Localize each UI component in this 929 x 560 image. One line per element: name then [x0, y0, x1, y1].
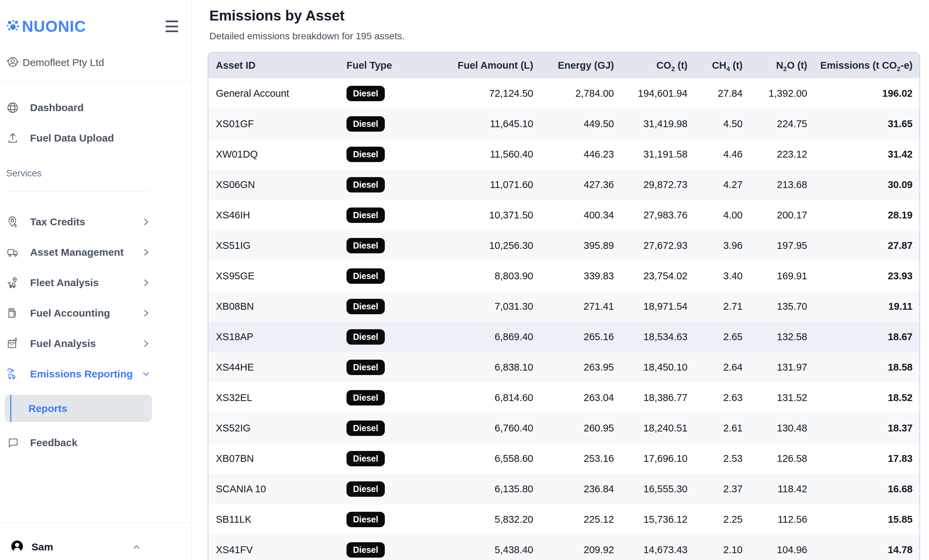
emissions-cell: 28.19 — [807, 200, 920, 230]
col-fuel-amount[interactable]: Fuel Amount (L) — [456, 53, 533, 78]
energy-cell: 2,784.00 — [533, 78, 614, 109]
sidebar-item-fleet-analysis[interactable]: Fleet Analysis — [5, 273, 152, 292]
table-row[interactable]: XS41FVDiesel5,438.40209.9214,673.432.101… — [208, 535, 920, 560]
col-asset-id[interactable]: Asset ID — [208, 53, 346, 78]
organization-switcher[interactable]: Demofleet Pty Ltd — [6, 55, 104, 70]
fuel-type-badge: Diesel — [346, 329, 385, 345]
globe-icon — [6, 101, 19, 114]
fuel-amount-cell: 8,803.90 — [456, 261, 533, 291]
emissions-cell: 17.83 — [807, 444, 920, 474]
asset-id-cell: General Account — [208, 78, 346, 109]
energy-cell: 260.95 — [533, 413, 614, 444]
emissions-cell: 31.65 — [807, 109, 920, 139]
ch4-cell: 2.61 — [688, 413, 743, 444]
co2-cell: 31,419.98 — [614, 109, 688, 139]
energy-cell: 265.16 — [533, 322, 614, 352]
fuel-type-cell: Diesel — [346, 261, 456, 291]
asset-id-cell: XS46IH — [208, 200, 346, 230]
n2o-cell: 135.70 — [743, 291, 807, 322]
table-row[interactable]: General AccountDiesel72,124.502,784.0019… — [208, 78, 920, 109]
col-n2o[interactable]: N2O (t) — [743, 53, 807, 78]
n2o-cell: 224.75 — [743, 109, 807, 139]
user-menu[interactable]: Sam — [10, 540, 142, 554]
menu-toggle-button[interactable] — [166, 20, 179, 32]
table-row[interactable]: XB07BNDiesel6,558.60253.1617,696.102.531… — [208, 444, 920, 474]
n2o-cell: 197.95 — [743, 230, 807, 261]
ch4-cell: 2.53 — [688, 444, 743, 474]
emissions-cell: 16.68 — [807, 474, 920, 504]
col-fuel-type[interactable]: Fuel Type — [346, 53, 456, 78]
table-row[interactable]: XS46IHDiesel10,371.50400.3427,983.764.00… — [208, 200, 920, 230]
fuel-type-cell: Diesel — [346, 230, 456, 261]
fuel-amount-cell: 6,869.40 — [456, 322, 533, 352]
fuel-type-cell: Diesel — [346, 78, 456, 109]
asset-id-cell: XS51IG — [208, 230, 346, 261]
co2-cell: 14,673.43 — [614, 535, 688, 560]
asset-id-cell: XS18AP — [208, 322, 346, 352]
table-row[interactable]: SCANIA 10Diesel6,135.80236.8416,555.302.… — [208, 474, 920, 504]
ch4-cell: 3.40 — [688, 261, 743, 291]
sidebar-item-dashboard[interactable]: Dashboard — [5, 98, 152, 117]
active-indicator-bar — [10, 395, 11, 422]
table-row[interactable]: SB11LKDiesel5,832.20225.1215,736.122.251… — [208, 504, 920, 535]
sidebar-item-fuel-analysis[interactable]: $ Fuel Analysis — [5, 334, 152, 353]
ch4-cell: 2.10 — [688, 535, 743, 560]
fuel-type-badge: Diesel — [346, 238, 385, 254]
asset-id-cell: XS52IG — [208, 413, 346, 444]
chevron-right-icon — [141, 278, 151, 288]
fuel-type-cell: Diesel — [346, 109, 456, 139]
svg-text:$: $ — [15, 337, 17, 342]
fuel-type-cell: Diesel — [346, 474, 456, 504]
energy-cell: 236.84 — [533, 474, 614, 504]
chevron-down-icon — [141, 369, 151, 379]
logo[interactable]: NUONIC — [6, 17, 86, 35]
table-row[interactable]: XS51IGDiesel10,256.30395.8927,672.933.96… — [208, 230, 920, 261]
table-row[interactable]: XS01GFDiesel11,645.10449.5031,419.984.50… — [208, 109, 920, 139]
col-emissions[interactable]: Emissions (t CO2-e) — [807, 53, 920, 78]
sidebar-item-fuel-accounting[interactable]: Fuel Accounting — [5, 304, 152, 323]
table-row[interactable]: XS44HEDiesel6,838.10263.9518,450.102.641… — [208, 352, 920, 383]
table-row[interactable]: XS52IGDiesel6,760.40260.9518,240.512.611… — [208, 413, 920, 444]
asset-id-cell: XS01GF — [208, 109, 346, 139]
sidebar-item-emissions-reporting[interactable]: Emissions Reporting — [5, 364, 152, 384]
logo-wordmark: NUONIC — [22, 17, 86, 35]
sidebar-item-fuel-data-upload[interactable]: Fuel Data Upload — [5, 129, 152, 148]
table-row[interactable]: XW01DQDiesel11,560.40446.2331,191.584.46… — [208, 139, 920, 170]
sidebar-subitem-reports[interactable]: Reports — [5, 395, 152, 422]
col-co2[interactable]: CO2 (t) — [614, 53, 688, 78]
services-divider — [5, 191, 150, 192]
table-row[interactable]: XB08BNDiesel7,031.30271.4118,971.542.711… — [208, 291, 920, 322]
co2-cell: 17,696.10 — [614, 444, 688, 474]
sidebar-item-asset-management[interactable]: Asset Management — [5, 243, 152, 262]
n2o-cell: 223.12 — [743, 139, 807, 170]
user-name: Sam — [31, 541, 53, 553]
table-row[interactable]: XS32ELDiesel6,814.60263.0418,386.772.631… — [208, 383, 920, 413]
table-row[interactable]: XS18APDiesel6,869.40265.1618,534.632.651… — [208, 322, 920, 352]
asset-id-cell: XB07BN — [208, 444, 346, 474]
emissions-table-card: Asset ID Fuel Type Fuel Amount (L) Energ… — [208, 52, 920, 560]
co2-cell: 18,240.51 — [614, 413, 688, 444]
table-row[interactable]: XS95GEDiesel8,803.90339.8323,754.023.401… — [208, 261, 920, 291]
fuel-amount-cell: 6,558.60 — [456, 444, 533, 474]
emissions-cell: 27.87 — [807, 230, 920, 261]
energy-cell: 400.34 — [533, 200, 614, 230]
services-section-label: Services — [6, 168, 152, 180]
col-ch4[interactable]: CH4 (t) — [688, 53, 743, 78]
calendar-dollar-icon: $ — [6, 337, 19, 350]
reports-label: Reports — [28, 403, 67, 415]
sidebar-item-tax-credits[interactable]: $ Tax Credits — [5, 212, 152, 231]
sidebar-item-feedback[interactable]: Feedback — [5, 433, 152, 452]
col-energy[interactable]: Energy (GJ) — [533, 53, 614, 78]
n2o-cell: 200.17 — [743, 200, 807, 230]
n2o-cell: 130.48 — [743, 413, 807, 444]
emissions-table: Asset ID Fuel Type Fuel Amount (L) Energ… — [208, 53, 920, 560]
energy-cell: 395.89 — [533, 230, 614, 261]
co2-cell: 18,450.10 — [614, 352, 688, 383]
emissions-truck-icon — [6, 367, 19, 381]
fuel-amount-cell: 10,256.30 — [456, 230, 533, 261]
sidebar: NUONIC Demofleet Pty Ltd — [0, 0, 192, 560]
fuel-amount-cell: 6,760.40 — [456, 413, 533, 444]
upload-icon — [6, 132, 19, 145]
ch4-cell: 4.27 — [688, 170, 743, 200]
table-row[interactable]: XS06GNDiesel11,071.60427.3629,872.734.27… — [208, 170, 920, 200]
